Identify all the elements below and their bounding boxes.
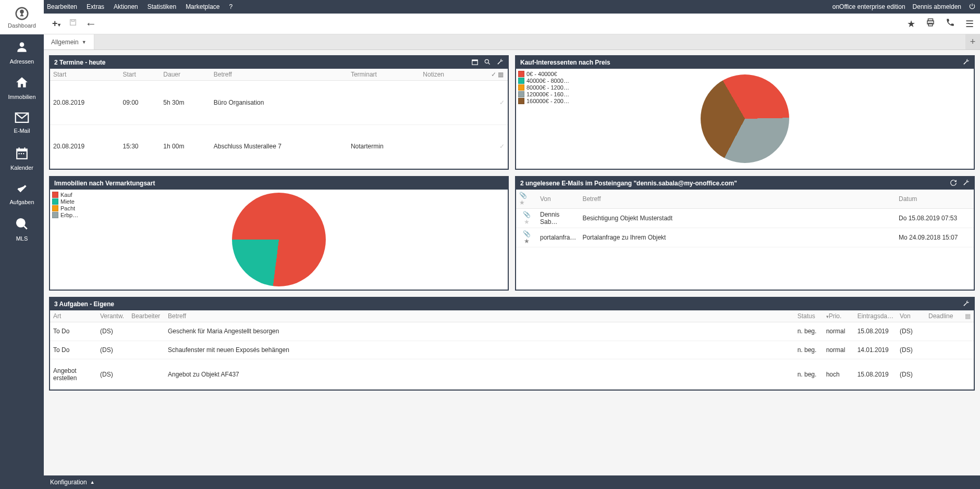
topmenu-item[interactable]: Bearbeiten bbox=[47, 3, 77, 10]
edition-label: onOffice enterprise edition bbox=[832, 3, 905, 10]
save-icon[interactable] bbox=[69, 18, 77, 29]
print-icon[interactable] bbox=[926, 18, 935, 30]
svg-point-1 bbox=[21, 10, 23, 13]
add-icon[interactable]: +▾ bbox=[52, 18, 60, 29]
back-icon[interactable]: ← bbox=[85, 17, 97, 31]
power-icon[interactable] bbox=[969, 3, 976, 11]
svg-rect-13 bbox=[71, 20, 74, 21]
logout-link[interactable]: Dennis abmelden bbox=[913, 3, 961, 10]
phone-icon[interactable] bbox=[946, 18, 955, 30]
topmenu-item[interactable]: Extras bbox=[87, 3, 104, 10]
dashboard-home[interactable]: Dashboard bbox=[0, 0, 44, 34]
topmenu-item[interactable]: Aktionen bbox=[114, 3, 138, 10]
star-icon[interactable]: ★ bbox=[907, 18, 915, 30]
svg-rect-12 bbox=[70, 20, 76, 26]
topmenu-item[interactable]: Marketplace bbox=[186, 3, 219, 10]
topmenu-item[interactable]: ? bbox=[229, 3, 233, 10]
menu-icon[interactable]: ☰ bbox=[965, 18, 974, 30]
dashboard-label: Dashboard bbox=[8, 22, 36, 29]
topmenu-item[interactable]: Statistiken bbox=[148, 3, 176, 10]
